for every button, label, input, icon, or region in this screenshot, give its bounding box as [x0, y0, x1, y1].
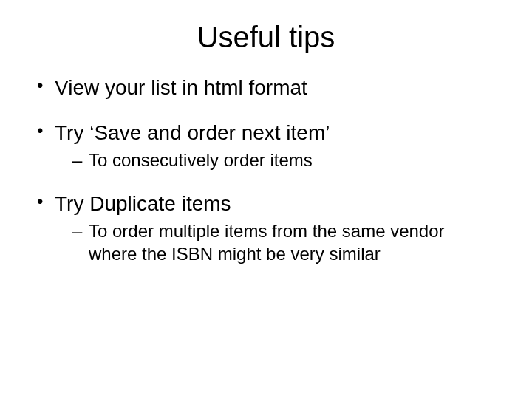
list-item-text: View your list in html format [55, 76, 307, 99]
slide: Useful tips View your list in html forma… [0, 0, 532, 399]
list-item-text: Try Duplicate items [55, 192, 231, 215]
list-item-text: Try ‘Save and order next item’ [55, 121, 330, 144]
sub-bullet-list: To consecutively order items [72, 149, 495, 171]
sub-list-item: To consecutively order items [72, 149, 495, 171]
sub-list-item-text: To order multiple items from the same ve… [89, 221, 445, 264]
list-item: Try Duplicate items To order multiple it… [37, 191, 495, 265]
slide-title: Useful tips [37, 21, 495, 54]
bullet-list: View your list in html format Try ‘Save … [37, 75, 495, 266]
sub-bullet-list: To order multiple items from the same ve… [72, 219, 495, 265]
list-item: View your list in html format [37, 75, 495, 100]
sub-list-item-text: To consecutively order items [89, 150, 313, 170]
sub-list-item: To order multiple items from the same ve… [72, 219, 495, 265]
list-item: Try ‘Save and order next item’ To consec… [37, 120, 495, 171]
